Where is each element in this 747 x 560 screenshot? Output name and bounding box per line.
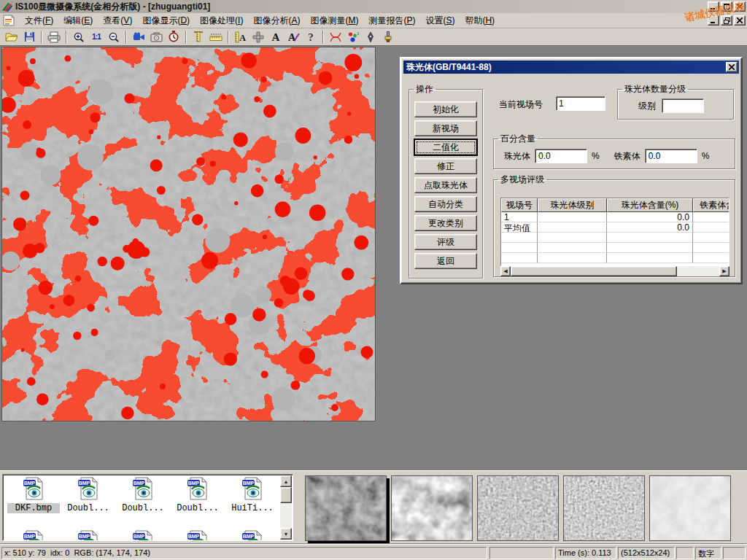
table-row[interactable]: 平均值0.0 <box>501 222 729 233</box>
file-scrollbar-thumb[interactable] <box>280 487 292 503</box>
dialog-close-button[interactable] <box>726 62 738 72</box>
close-button[interactable] <box>734 1 746 12</box>
table-horizontal-scrollbar[interactable]: ◀ ▶ <box>500 266 729 276</box>
save-floppy-icon[interactable] <box>20 29 38 44</box>
file-list-scrollbar[interactable]: ▲ ▼ <box>280 475 292 540</box>
pearlite-dialog: 珠光体(GB/T9441-88) 操作 初始化新视场二值化修正点取珠光体自动分类… <box>400 57 743 284</box>
file-item-partial[interactable]: BMP <box>62 530 115 541</box>
classify-balls-icon[interactable]: 3 <box>344 29 362 44</box>
minimize-button[interactable] <box>708 1 719 12</box>
table-row[interactable] <box>501 233 729 243</box>
mdi-close-button[interactable] <box>734 15 746 26</box>
scrollbar-thumb[interactable] <box>511 266 677 276</box>
current-view-input[interactable] <box>556 96 605 111</box>
rating-table[interactable]: 视场号珠光体级别珠光体含量(%)铁素体含量(%)10.0平均值0.0 <box>500 198 729 266</box>
menu-item-v[interactable]: 查看(V) <box>98 13 137 28</box>
file-item-partial[interactable]: BMP <box>171 530 224 541</box>
file-item[interactable]: BMPDKF.bmp <box>7 477 60 513</box>
menu-item-s[interactable]: 设置(S) <box>420 13 460 28</box>
scroll-left-icon[interactable]: ◀ <box>500 266 511 276</box>
scroll-down-icon[interactable]: ▼ <box>280 528 292 540</box>
cell <box>693 243 729 253</box>
menu-item-p[interactable]: 测量报告(P) <box>363 13 420 28</box>
svg-text:?: ? <box>308 31 314 43</box>
op-button-initialize[interactable]: 初始化 <box>414 101 477 117</box>
help-icon[interactable]: ? <box>302 29 320 44</box>
image-thumbnail-1[interactable] <box>305 475 387 541</box>
mdi-workspace: 珠光体(GB/T9441-88) 操作 初始化新视场二值化修正点取珠光体自动分类… <box>0 47 747 470</box>
text-a-icon[interactable]: A <box>267 29 285 44</box>
grade-input[interactable] <box>662 98 704 113</box>
menu-item-i[interactable]: 图像处理(I) <box>195 13 248 28</box>
menu-item-h[interactable]: 帮助(H) <box>460 13 500 28</box>
op-button-binarize[interactable]: 二值化 <box>414 139 477 155</box>
file-name[interactable]: Doubl... <box>117 503 169 513</box>
image-thumbnail-2[interactable] <box>391 475 473 541</box>
table-row[interactable] <box>501 253 729 263</box>
file-name[interactable]: Doubl... <box>171 503 224 513</box>
op-button-correct[interactable]: 修正 <box>414 158 477 174</box>
menu-item-f[interactable]: 文件(F) <box>20 13 58 28</box>
file-name[interactable]: HuiTi... <box>226 503 279 513</box>
spline-cut-icon[interactable] <box>327 29 344 44</box>
print-icon[interactable] <box>45 29 63 44</box>
video-camera-icon[interactable] <box>130 29 147 44</box>
zoom-in-icon[interactable] <box>70 29 88 44</box>
brush-icon[interactable] <box>379 29 397 44</box>
file-item[interactable]: BMPDoubl... <box>117 477 169 513</box>
mdi-restore-button[interactable] <box>721 15 732 26</box>
op-button-rate[interactable]: 评级 <box>414 234 477 250</box>
zoom-out-icon[interactable] <box>105 29 123 44</box>
column-header-2[interactable]: 珠光体含量(%) <box>607 198 693 212</box>
metallograph-image[interactable] <box>1 47 376 421</box>
scroll-up-icon[interactable]: ▲ <box>280 475 292 487</box>
op-button-pick-pearlite[interactable]: 点取珠光体 <box>414 177 477 193</box>
image-thumbnail-4[interactable] <box>563 475 645 541</box>
actual-size-icon[interactable]: 1:1 <box>88 29 105 44</box>
file-item-partial[interactable]: BMP <box>226 530 279 541</box>
ferrite-percent-input[interactable] <box>645 149 697 163</box>
menu-item-m[interactable]: 图像测量(M) <box>305 13 363 28</box>
menu-item-e[interactable]: 编辑(E) <box>58 13 98 28</box>
annotate-a-icon[interactable]: A <box>285 29 302 44</box>
file-name[interactable]: DKF.bmp <box>7 503 60 513</box>
current-view-label: 当前视场号 <box>499 98 543 111</box>
cell <box>607 233 693 243</box>
capture-camera-icon[interactable] <box>147 29 165 44</box>
svg-text:A: A <box>272 31 280 42</box>
op-button-return[interactable]: 返回 <box>414 253 477 269</box>
menu-item-a[interactable]: 图像分析(A) <box>248 13 305 28</box>
table-row[interactable] <box>501 243 729 253</box>
file-name[interactable]: Doubl... <box>62 503 115 513</box>
cell: 1 <box>501 212 538 222</box>
table-row[interactable]: 10.0 <box>501 212 729 222</box>
scroll-right-icon[interactable]: ▶ <box>719 266 729 276</box>
maximize-button[interactable] <box>721 1 732 12</box>
file-item-partial[interactable]: BMP <box>117 530 169 541</box>
dialog-title-bar[interactable]: 珠光体(GB/T9441-88) <box>403 61 739 74</box>
column-header-1[interactable]: 珠光体级别 <box>538 198 607 212</box>
op-button-change-class[interactable]: 更改类别 <box>414 215 477 231</box>
mdi-minimize-button[interactable] <box>708 15 719 26</box>
column-header-3[interactable]: 铁素体含量(%) <box>693 198 729 212</box>
timer-clock-icon[interactable] <box>165 29 182 44</box>
op-button-new-field[interactable]: 新视场 <box>414 120 477 136</box>
open-folder-icon[interactable] <box>3 29 20 44</box>
menu-item-d[interactable]: 图像显示(D) <box>137 13 195 28</box>
svg-text:BMP: BMP <box>79 481 90 486</box>
picker-pen-icon[interactable] <box>362 29 379 44</box>
merge-grid-icon[interactable] <box>249 29 267 44</box>
op-button-auto-classify[interactable]: 自动分类 <box>414 196 477 212</box>
ruler-icon[interactable] <box>207 29 225 44</box>
file-item[interactable]: BMPHuiTi... <box>226 477 279 513</box>
image-thumbnail-3[interactable] <box>477 475 559 541</box>
measure-label-icon[interactable]: A <box>232 29 249 44</box>
file-item[interactable]: BMPDoubl... <box>62 477 115 513</box>
caliper-icon[interactable] <box>190 29 207 44</box>
file-item[interactable]: BMPDoubl... <box>171 477 224 513</box>
column-header-0[interactable]: 视场号 <box>501 198 538 212</box>
image-thumbnail-5[interactable] <box>649 475 731 541</box>
pearlite-percent-input[interactable] <box>535 149 587 163</box>
cell <box>538 222 607 233</box>
file-item-partial[interactable]: BMP <box>7 530 60 541</box>
